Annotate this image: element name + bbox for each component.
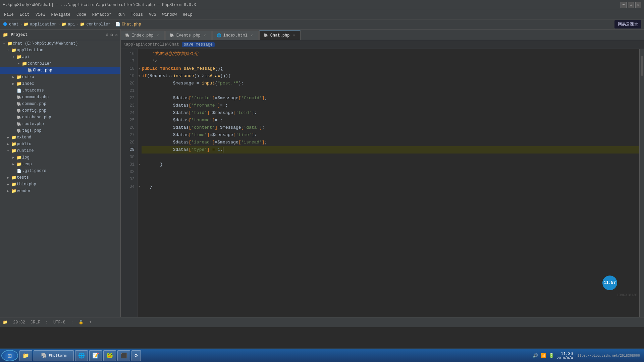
tree-chatphp[interactable]: 🐘 Chat.php: [0, 67, 120, 74]
line-num-18: 18: [121, 65, 135, 72]
menu-code[interactable]: Code: [74, 11, 89, 18]
tab-indexphp[interactable]: 🐘 Index.php ✕: [121, 31, 165, 40]
code-20-p2: ): [238, 80, 241, 87]
code-22-semi: ;: [265, 95, 267, 102]
tab-icon-chat: 🐘: [264, 33, 268, 38]
code-19-p2: ()->: [194, 72, 205, 80]
taskbar-explorer[interactable]: 📁: [19, 350, 32, 361]
taskbar-terminal[interactable]: ⬛: [117, 350, 130, 361]
menu-window[interactable]: Window: [160, 11, 179, 18]
wps-icon: 📝: [92, 352, 99, 359]
tree-thinkphp[interactable]: ▶ 📁 thinkphp: [0, 181, 120, 188]
breadcrumb-sep1: ›: [20, 22, 22, 26]
sidebar-close-icon[interactable]: ✕: [115, 32, 118, 38]
close-button[interactable]: ✕: [635, 2, 641, 8]
breadcrumb-api[interactable]: 📁 api: [61, 22, 75, 27]
tree-htaccess[interactable]: 📄 .htaccess: [0, 87, 120, 94]
tab-chatphp[interactable]: 🐘 Chat.php ✕: [259, 31, 301, 40]
tree-root[interactable]: ▾ 📁 chat (E:\phpStudy\WWW\chat): [0, 40, 120, 47]
tree-vendor[interactable]: ▶ 📁 vendor: [0, 188, 120, 194]
menu-refactor[interactable]: Refactor: [90, 11, 114, 18]
code-24-b3: [: [233, 109, 236, 117]
folder-icon-app: 📁: [11, 48, 17, 53]
taskbar-wps[interactable]: 📝: [89, 350, 102, 361]
tree-toggle-git: [11, 168, 16, 174]
tree-routephp[interactable]: 🐘 route.php: [0, 121, 120, 127]
taskbar-phpstorm[interactable]: 🐘 PhpStorm: [34, 350, 74, 361]
taskbar: ⊞ 📁 🐘 PhpStorm 🌐 📝 🐸 ⬛ ⚙ 🔊 📶 🔋 11:36 201…: [0, 349, 644, 362]
breadcrumb-application[interactable]: 📁 application: [23, 22, 56, 27]
breadcrumb-chatphp[interactable]: 📄 Chat.php: [115, 22, 141, 27]
tab-close-indexhtml[interactable]: ✕: [250, 33, 254, 38]
tree-public[interactable]: ▶ 📁 public: [0, 141, 120, 147]
tree-tagsphp[interactable]: 🐘 tags.php: [0, 127, 120, 134]
folder-icon-tests: 📁: [11, 175, 17, 180]
tree-label-db: database.php: [22, 115, 51, 120]
taskbar-settings[interactable]: ⚙: [131, 350, 141, 361]
tree-extend[interactable]: ▶ 📁 extend: [0, 134, 120, 141]
menu-edit[interactable]: Edit: [17, 11, 32, 18]
sidebar-collapse-icon[interactable]: ⊕: [106, 32, 109, 38]
fold-18[interactable]: ▾: [138, 65, 141, 72]
fold-34[interactable]: ▾: [138, 183, 141, 190]
editor-scrollbar[interactable]: [639, 49, 644, 317]
code-18-fname: save_message: [181, 65, 215, 72]
breadcrumb-chat[interactable]: chat: [9, 22, 19, 27]
tree-index-folder[interactable]: ▶ 📁 index: [0, 80, 120, 87]
tree-controller[interactable]: ▾ 📁 controller: [0, 60, 120, 67]
code-22-s1: 'fromid': [191, 95, 212, 102]
watermark: 1386318130: [617, 293, 637, 297]
minimize-button[interactable]: ─: [621, 2, 627, 8]
tree-log[interactable]: ▶ 📁 log: [0, 154, 120, 161]
tree-toggle-tests: ▶: [5, 175, 11, 180]
code-editor[interactable]: 16 17 18 19 20 21 22 23 24 25 26 27 28 2…: [121, 49, 644, 317]
taskbar-ie[interactable]: 🌐: [75, 350, 88, 361]
scroll-thumb[interactable]: [641, 56, 643, 76]
title-text: E:\phpStudy\WWW\chat] — ...\application\…: [3, 3, 196, 7]
editor-breadcrumb: \app\api\controlle\Chat save_message: [121, 40, 644, 49]
file-icon-config: 🐘: [16, 108, 22, 113]
tree-databasephp[interactable]: 🐘 database.php: [0, 114, 120, 121]
tree-extra[interactable]: ▶ 📁 extra: [0, 74, 120, 80]
taskbar-app5[interactable]: 🐸: [103, 350, 116, 361]
menu-navigate[interactable]: Navigate: [48, 11, 73, 18]
tab-close-chat[interactable]: ✕: [291, 33, 296, 38]
menu-vcs[interactable]: VCS: [146, 11, 159, 18]
menu-tools[interactable]: Tools: [128, 11, 146, 18]
tree-runtime[interactable]: ▾ 📁 runtime: [0, 147, 120, 154]
tree-configphp[interactable]: 🐘 config.php: [0, 107, 120, 114]
code-28-eq: =: [215, 139, 217, 146]
status-crlf: CRLF: [31, 320, 40, 325]
tree-commandphp[interactable]: 🐘 command.php: [0, 94, 120, 101]
taskbar-date-display: 2018/8/0: [557, 356, 573, 360]
tree-api[interactable]: ▾ 📁 api: [0, 54, 120, 60]
ie-icon: 🌐: [78, 352, 85, 359]
code-27-b3: [: [233, 131, 236, 139]
sidebar-settings-icon[interactable]: ⚙: [110, 32, 113, 38]
tree-tests[interactable]: ▶ 📁 tests: [0, 174, 120, 181]
tree-label-tags: tags.php: [22, 128, 42, 133]
fold-31[interactable]: ▾: [138, 161, 141, 168]
code-34-cb: }: [142, 183, 152, 190]
tree-application[interactable]: ▾ 📁 application: [0, 47, 120, 54]
start-button[interactable]: ⊞: [1, 350, 18, 361]
tab-close-events[interactable]: ✕: [203, 33, 207, 38]
tree-gitignore[interactable]: 📄 .gitignore: [0, 168, 120, 174]
menu-file[interactable]: File: [1, 11, 16, 18]
tree-temp[interactable]: ▶ 📁 temp: [0, 161, 120, 168]
fold-19[interactable]: ▾: [138, 72, 141, 80]
code-28-semi: ;: [265, 139, 267, 146]
code-20-input: input: [202, 80, 215, 87]
breadcrumb-sep3: ›: [76, 22, 79, 26]
menu-help[interactable]: Help: [180, 11, 195, 18]
code-line-27: $datas [ 'time' ] = $message [ 'time' ] …: [142, 131, 639, 139]
tab-indexhtml[interactable]: 🌐 index.html ✕: [212, 31, 259, 40]
menu-run[interactable]: Run: [115, 11, 127, 18]
tree-commonphp[interactable]: 🐘 common.php: [0, 101, 120, 107]
tab-close-index[interactable]: ✕: [156, 33, 160, 38]
menu-view[interactable]: View: [33, 11, 48, 18]
tab-eventsphp[interactable]: 🐘 Events.php ✕: [165, 31, 212, 40]
maximize-button[interactable]: □: [628, 2, 634, 8]
breadcrumb-controller[interactable]: 📁 controller: [80, 22, 110, 27]
code-content[interactable]: *文本消息的数据持久化 */ ▾ public function save_me…: [138, 49, 639, 317]
